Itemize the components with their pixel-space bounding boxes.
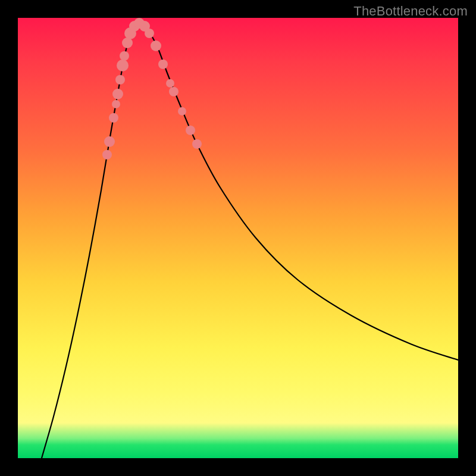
data-point	[145, 29, 154, 38]
data-markers	[102, 18, 202, 159]
data-point	[109, 113, 118, 123]
data-point	[112, 89, 123, 99]
data-point	[112, 100, 120, 108]
plot-area	[18, 18, 458, 458]
data-point	[166, 79, 174, 87]
data-point	[115, 75, 125, 84]
data-point	[169, 87, 178, 96]
data-point	[151, 40, 161, 51]
curve-layer	[18, 18, 458, 458]
data-point	[102, 150, 112, 159]
data-point	[104, 136, 115, 147]
data-point	[117, 60, 129, 71]
data-point	[192, 139, 202, 149]
watermark-text: TheBottleneck.com	[353, 4, 468, 19]
data-point	[178, 107, 186, 115]
chart-frame: TheBottleneck.com	[0, 0, 476, 476]
data-point	[186, 126, 195, 135]
bottleneck-curve	[42, 23, 458, 458]
data-point	[120, 51, 129, 61]
data-point	[158, 60, 168, 69]
